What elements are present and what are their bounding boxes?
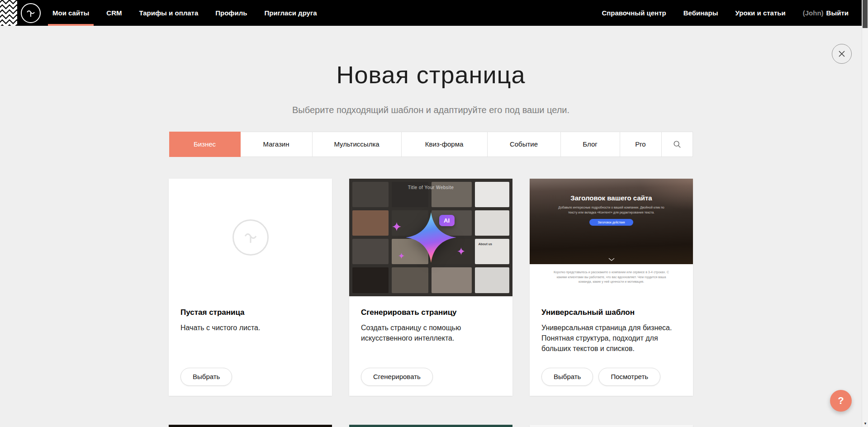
tilda-logo[interactable] — [21, 3, 41, 23]
chevron-down-icon — [608, 258, 615, 261]
nav-lessons[interactable]: Уроки и статьи — [735, 0, 787, 26]
tilda-mark-icon — [25, 8, 36, 19]
tab-store[interactable]: Магазин — [241, 132, 313, 157]
preview-template-button[interactable]: Посмотреть — [598, 368, 660, 386]
nav-tariffs[interactable]: Тарифы и оплата — [138, 0, 199, 26]
scrollbar-down-arrow[interactable]: ▾ — [862, 420, 868, 427]
choose-template-button[interactable]: Выбрать — [541, 368, 593, 386]
nav-help-center[interactable]: Справочный центр — [601, 0, 667, 26]
card-title: Сгенерировать страницу — [361, 308, 501, 317]
nav-webinars[interactable]: Вебинары — [683, 0, 719, 26]
page-subtitle: Выберите подходящий шаблон и адаптируйте… — [0, 105, 862, 115]
nav-profile[interactable]: Профиль — [214, 0, 248, 26]
collage-tile — [392, 267, 428, 293]
tilda-mark-icon — [242, 229, 259, 246]
card-ai-generate: About us Title of Your Website — [349, 179, 512, 396]
card-title: Универсальный шаблон — [541, 308, 681, 317]
nav-my-sites[interactable]: Мои сайты — [52, 0, 90, 26]
sparkle-icon — [392, 222, 401, 231]
ai-badge: AI — [439, 215, 455, 226]
main-nav: Мои сайты CRM Тарифы и оплата Профиль Пр… — [52, 0, 333, 26]
logout-label: Выйти — [826, 9, 849, 17]
template-hero-button: Заголовок действия — [589, 219, 633, 226]
card-blank-page: Пустая страница Начать с чистого листа. … — [169, 179, 332, 396]
nav-invite-friend[interactable]: Пригласи друга — [263, 0, 318, 26]
sparkle-icon — [457, 247, 465, 255]
tab-quiz-form[interactable]: Квиз-форма — [402, 132, 488, 157]
tab-business[interactable]: Бизнес — [169, 132, 241, 157]
template-hero-text: Добавьте интересные подробности о вашей … — [556, 205, 667, 215]
scrollbar-thumb[interactable] — [863, 0, 868, 28]
ai-generate-preview: About us Title of Your Website — [349, 179, 512, 296]
card-description: Универсальная страница для бизнеса. Поня… — [541, 323, 681, 354]
collage-tile — [475, 210, 509, 236]
top-header: Мои сайты CRM Тарифы и оплата Профиль Пр… — [0, 0, 862, 26]
app-root: Мои сайты CRM Тарифы и оплата Профиль Пр… — [0, 0, 862, 427]
sparkle-icon — [398, 253, 404, 259]
page-scrollbar[interactable]: ▾ — [862, 0, 868, 427]
collage-site-title: Title of Your Website — [349, 185, 512, 190]
universal-template-preview: Заголовок вашего сайта Добавьте интересн… — [530, 179, 693, 296]
card-description: Создать страницу с помощью искусственног… — [361, 323, 501, 343]
card-actions: Выбрать — [180, 368, 232, 386]
page-title: Новая страница — [0, 62, 862, 88]
search-icon — [673, 140, 681, 148]
tab-blog[interactable]: Блог — [561, 132, 620, 157]
generate-button[interactable]: Сгенерировать — [361, 368, 433, 386]
logo-wrap — [21, 0, 41, 26]
help-button[interactable]: ? — [830, 390, 852, 412]
template-hero-title: Заголовок вашего сайта — [530, 194, 693, 202]
tab-multilink[interactable]: Мультиссылка — [313, 132, 402, 157]
template-cards-row: Пустая страница Начать с чистого листа. … — [169, 179, 693, 396]
tab-event[interactable]: Событие — [488, 132, 561, 157]
template-body-section: Коротко представьтесь и расскажите о ком… — [530, 264, 693, 296]
card-description: Начать с чистого листа. — [180, 323, 320, 333]
nav-crm[interactable]: CRM — [105, 0, 123, 26]
template-hero: Заголовок вашего сайта Добавьте интересн… — [530, 179, 693, 264]
user-name: (John) — [803, 9, 824, 17]
card-universal-template: Заголовок вашего сайта Добавьте интересн… — [530, 179, 693, 396]
tilda-watermark-logo — [232, 219, 269, 256]
about-us-label: About us — [479, 242, 492, 246]
template-preview-partial[interactable] — [169, 425, 332, 427]
collage-tile-about: About us — [475, 239, 509, 264]
zigzag-pattern-decoration — [0, 0, 17, 26]
close-icon — [838, 50, 845, 57]
close-button[interactable] — [832, 44, 852, 64]
card-actions: Сгенерировать — [361, 368, 433, 386]
collage-tile — [475, 267, 509, 293]
template-preview-partial[interactable] — [530, 425, 693, 427]
choose-blank-button[interactable]: Выбрать — [180, 368, 232, 386]
template-search-button[interactable] — [662, 132, 693, 157]
card-title: Пустая страница — [180, 308, 320, 317]
collage-tile — [352, 239, 389, 264]
tab-pro[interactable]: Pro — [620, 132, 662, 157]
secondary-nav: Справочный центр Вебинары Уроки и статьи… — [585, 0, 862, 26]
collage-tile — [352, 210, 389, 236]
template-body-text: Коротко представьтесь и расскажите о ком… — [551, 270, 672, 285]
collage-tile — [352, 267, 389, 293]
new-page-screen: Новая страница Выберите подходящий шабло… — [0, 26, 862, 427]
template-category-tabs: Бизнес Магазин Мультиссылка Квиз-форма С… — [169, 132, 693, 157]
card-actions: Выбрать Посмотреть — [541, 368, 660, 386]
blank-page-preview — [169, 179, 332, 296]
logout-link[interactable]: (John) Выйти — [802, 0, 849, 26]
collage-tile — [432, 267, 472, 293]
template-preview-partial[interactable] — [349, 425, 512, 427]
template-cards-next-row — [169, 425, 693, 427]
